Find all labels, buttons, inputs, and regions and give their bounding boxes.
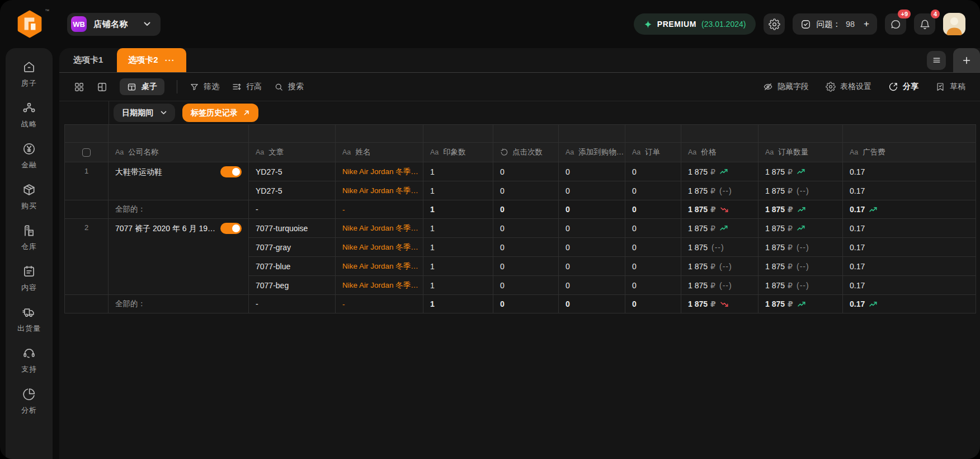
cell-impressions[interactable]: 1 — [423, 238, 493, 257]
sidebar-item-purchase[interactable]: 购买 — [8, 179, 50, 214]
cell-name[interactable]: Nike Air Jordan 冬季… — [336, 257, 423, 276]
premium-badge[interactable]: PREMIUM (23.01.2024) — [634, 13, 756, 35]
cell-clicks[interactable]: 0 — [493, 295, 559, 313]
cell-orders[interactable]: 0 — [625, 200, 681, 219]
cell-price[interactable]: 1 875₽ — [681, 162, 758, 181]
cell-clicks[interactable]: 0 — [493, 276, 559, 295]
tab-more-button[interactable]: ··· — [165, 55, 175, 65]
grid-view-button[interactable] — [74, 82, 84, 92]
sidebar-item-analytics[interactable]: 分析 — [8, 383, 50, 419]
sidebar-item-finance[interactable]: 金融 — [8, 138, 50, 174]
cell-impressions[interactable]: 1 — [423, 219, 493, 238]
cell-cart[interactable]: 0 — [559, 257, 625, 276]
cell-cart[interactable]: 0 — [559, 238, 625, 257]
row-number[interactable]: 2 — [65, 219, 109, 295]
cell-name[interactable]: Nike Air Jordan 冬季… — [336, 238, 423, 257]
cell-impressions[interactable]: 1 — [423, 181, 493, 200]
cell-article[interactable]: 7077-gray — [249, 238, 336, 257]
tab-list-button[interactable] — [927, 51, 946, 70]
notifications-button[interactable]: 4 — [914, 13, 935, 35]
cell-price[interactable]: 1 875₽ — [681, 200, 758, 219]
sidebar-item-content[interactable]: 内容 — [8, 260, 50, 296]
column-header-ad[interactable]: Aa广告费 — [843, 143, 976, 162]
cell-price[interactable]: 1 875₽ — [681, 295, 758, 313]
questions-counter[interactable]: 问题：98 + — [793, 13, 877, 35]
column-header-impressions[interactable]: Aa印象数 — [423, 143, 493, 162]
cell-price[interactable]: 1 875₽(--) — [681, 257, 758, 276]
cell-article[interactable]: YD27-5 — [249, 162, 336, 181]
column-header-qty[interactable]: Aa订单数量 — [758, 143, 843, 162]
cell-ad[interactable]: 0.17 — [843, 181, 976, 200]
row-height-button[interactable]: 行高 — [232, 82, 262, 92]
cell-qty[interactable]: 1 875₽ — [758, 295, 843, 313]
cell-clicks[interactable]: 0 — [493, 181, 559, 200]
cell-ad[interactable]: 0.17 — [843, 162, 976, 181]
cell-cart[interactable]: 0 — [559, 181, 625, 200]
cell-name[interactable]: - — [336, 295, 423, 313]
filter-button[interactable]: 筛选 — [190, 82, 219, 92]
cell-clicks[interactable]: 0 — [493, 219, 559, 238]
table-view-chip[interactable]: 桌子 — [120, 78, 164, 95]
cell-price[interactable]: 1 875₽ — [681, 219, 758, 238]
cell-qty[interactable]: 1 875₽ — [758, 162, 843, 181]
cell-orders[interactable]: 0 — [625, 181, 681, 200]
column-header-article[interactable]: Aa文章 — [249, 143, 336, 162]
cell-company[interactable]: 7077 裤子 2020 年 6 月 19 日起 — [109, 219, 249, 295]
cell-article[interactable]: YD27-5 — [249, 181, 336, 200]
cell-ad[interactable]: 0.17 — [843, 200, 976, 219]
draft-button[interactable]: 草稿 — [935, 82, 965, 92]
cell-clicks[interactable]: 0 — [493, 162, 559, 181]
date-period-dropdown[interactable]: 日期期间 — [114, 104, 175, 122]
search-button[interactable]: 搜索 — [274, 82, 304, 92]
app-logo[interactable]: ™ — [16, 10, 44, 38]
layout-view-button[interactable] — [97, 82, 107, 92]
cell-orders[interactable]: 0 — [625, 295, 681, 313]
cell-article[interactable]: - — [249, 295, 336, 313]
sidebar-item-warehouse[interactable]: 仓库 — [8, 219, 50, 255]
cell-impressions[interactable]: 1 — [423, 295, 493, 313]
cell-clicks[interactable]: 0 — [493, 238, 559, 257]
store-selector[interactable]: WB 店铺名称 — [67, 13, 161, 36]
cell-name[interactable]: Nike Air Jordan 冬季… — [336, 219, 423, 238]
cell-impressions[interactable]: 1 — [423, 276, 493, 295]
sidebar-item-strategy[interactable]: 战略 — [8, 97, 50, 133]
cell-cart[interactable]: 0 — [559, 295, 625, 313]
cell-orders[interactable]: 0 — [625, 162, 681, 181]
cell-price[interactable]: 1 875(--) — [681, 238, 758, 257]
cell-cart[interactable]: 0 — [559, 162, 625, 181]
column-header-clicks[interactable]: 点击次数 — [493, 143, 559, 162]
column-header-cart[interactable]: Aa添加到购物… — [559, 143, 625, 162]
sidebar-item-shipments[interactable]: 出货量 — [8, 301, 50, 337]
cell-orders[interactable]: 0 — [625, 257, 681, 276]
cell-orders[interactable]: 0 — [625, 238, 681, 257]
tab-1[interactable]: 选项卡1 — [59, 48, 117, 72]
cell-ad[interactable]: 0.17 — [843, 257, 976, 276]
cell-qty[interactable]: 1 875₽(--) — [758, 276, 843, 295]
cell-impressions[interactable]: 1 — [423, 200, 493, 219]
cell-ad[interactable]: 0.17 — [843, 219, 976, 238]
cell-orders[interactable]: 0 — [625, 276, 681, 295]
column-header-price[interactable]: Aa价格 — [681, 143, 758, 162]
cell-qty[interactable]: 1 875₽ — [758, 219, 843, 238]
share-button[interactable]: 分享 — [888, 82, 918, 92]
cell-qty[interactable]: 1 875₽ — [758, 200, 843, 219]
cell-article[interactable]: 7077-blue — [249, 257, 336, 276]
add-tab-button[interactable] — [953, 48, 980, 72]
cell-qty[interactable]: 1 875₽(--) — [758, 257, 843, 276]
cell-clicks[interactable]: 0 — [493, 200, 559, 219]
company-toggle-on[interactable] — [220, 166, 242, 177]
cell-ad[interactable]: 0.17 — [843, 295, 976, 313]
tag-history-button[interactable]: 标签历史记录 — [182, 104, 258, 122]
cell-orders[interactable]: 0 — [625, 219, 681, 238]
cell-cart[interactable]: 0 — [559, 200, 625, 219]
user-avatar[interactable] — [943, 13, 965, 35]
cell-cart[interactable]: 0 — [559, 276, 625, 295]
support-chat-button[interactable]: +9 — [885, 13, 906, 35]
cell-price[interactable]: 1 875₽(--) — [681, 181, 758, 200]
cell-clicks[interactable]: 0 — [493, 257, 559, 276]
cell-name[interactable]: - — [336, 200, 423, 219]
sidebar-item-home[interactable]: 房子 — [8, 56, 50, 92]
cell-article[interactable]: 7077-turquoise — [249, 219, 336, 238]
table-settings-button[interactable]: 表格设置 — [826, 82, 871, 92]
cell-ad[interactable]: 0.17 — [843, 276, 976, 295]
